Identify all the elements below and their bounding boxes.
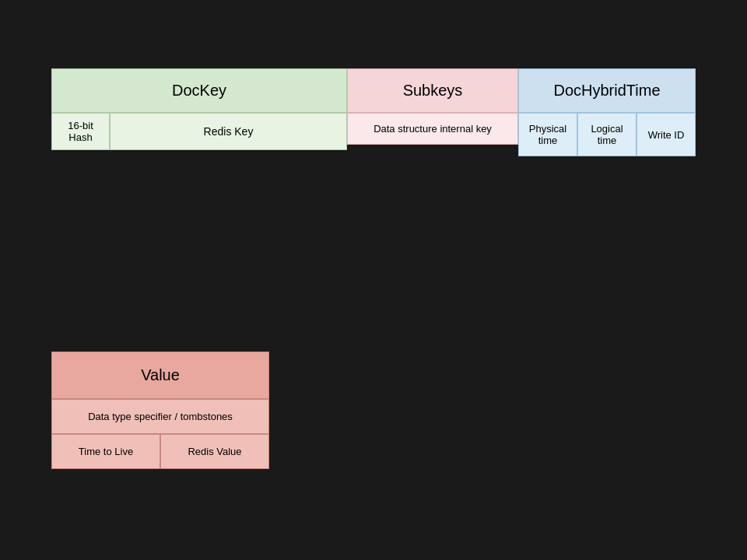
- value-row2: Time to Live Redis Value: [51, 434, 269, 469]
- logical-time-cell: Logical time: [577, 113, 637, 156]
- specifier-cell: Data type specifier / tombstones: [51, 399, 269, 434]
- subkeys-cell: Data structure internal key: [347, 113, 518, 145]
- top-section: DocKey 16-bit Hash Redis Key Subkeys Dat…: [51, 68, 696, 156]
- dockey-header: DocKey: [51, 68, 347, 113]
- diagram-container: DocKey 16-bit Hash Redis Key Subkeys Dat…: [0, 0, 747, 560]
- dockey-group: DocKey 16-bit Hash Redis Key: [51, 68, 347, 156]
- hybrid-row: Physical time Logical time Write ID: [518, 113, 696, 156]
- ttl-cell: Time to Live: [51, 434, 160, 469]
- redis-value-cell: Redis Value: [160, 434, 269, 469]
- hybrid-group: DocHybridTime Physical time Logical time…: [518, 68, 696, 156]
- write-id-cell: Write ID: [637, 113, 696, 156]
- subkeys-header: Subkeys: [347, 68, 518, 113]
- subkeys-group: Subkeys Data structure internal key: [347, 68, 518, 156]
- dockey-row: 16-bit Hash Redis Key: [51, 113, 347, 150]
- hash-cell: 16-bit Hash: [51, 113, 110, 150]
- value-header: Value: [51, 352, 269, 399]
- bottom-section: Value Data type specifier / tombstones T…: [51, 352, 269, 469]
- hybrid-header: DocHybridTime: [518, 68, 696, 113]
- redis-key-cell: Redis Key: [110, 113, 347, 150]
- physical-time-cell: Physical time: [518, 113, 577, 156]
